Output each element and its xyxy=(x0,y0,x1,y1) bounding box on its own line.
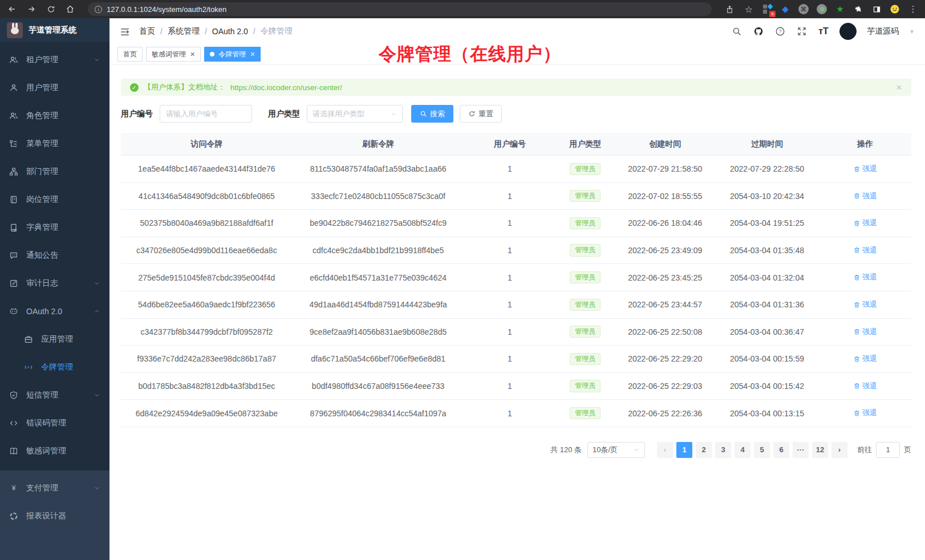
tab-sensitive-word[interactable]: 敏感词管理✕ xyxy=(146,47,201,62)
share-icon[interactable] xyxy=(724,4,735,14)
user-dropdown-caret-icon[interactable]: ▼ xyxy=(909,29,915,35)
refresh-icon xyxy=(468,110,476,117)
next-page-button[interactable]: › xyxy=(831,442,847,458)
alert-close-icon[interactable]: ✕ xyxy=(896,83,902,92)
tampermonkey-extension-icon[interactable]: 9 xyxy=(763,5,772,14)
action-cell: 强退 xyxy=(819,327,911,338)
goto-page-input[interactable] xyxy=(876,442,900,458)
page-number-button[interactable]: 6 xyxy=(773,442,789,458)
created-time-cell: 2022-07-29 21:58:50 xyxy=(615,164,715,173)
breadcrumb-home[interactable]: 首页 xyxy=(139,26,155,36)
sidebar-item-dict[interactable]: 字典管理 xyxy=(0,213,109,241)
force-logout-button[interactable]: 强退 xyxy=(853,272,877,282)
user-type-cell: 管理员 xyxy=(555,163,615,175)
page-number-button[interactable]: 5 xyxy=(754,442,770,458)
browser-back-icon[interactable] xyxy=(7,4,17,14)
page-info-icon[interactable]: i xyxy=(95,6,102,13)
browser-menu-icon[interactable]: ⋮ xyxy=(908,4,918,14)
breadcrumb-system[interactable]: 系统管理 xyxy=(168,26,200,36)
force-logout-button[interactable]: 强退 xyxy=(853,299,877,310)
sidebar-item-sms[interactable]: 短信管理 xyxy=(0,381,109,409)
sidebar-item-role[interactable]: 角色管理 xyxy=(0,102,109,129)
sidebar-item-oauth2-app[interactable]: 应用管理 xyxy=(0,325,109,353)
sidebar-item-pay[interactable]: 支付管理 xyxy=(0,474,109,502)
fullscreen-icon[interactable] xyxy=(796,26,808,37)
col-user-id: 用户编号 xyxy=(464,139,556,149)
force-logout-button[interactable]: 强退 xyxy=(853,354,877,364)
user-type-cell: 管理员 xyxy=(555,326,615,338)
col-expire-time: 过期时间 xyxy=(715,139,819,149)
trash-icon xyxy=(853,274,861,281)
sidebar-item-dept[interactable]: 部门管理 xyxy=(0,157,109,185)
created-time-cell: 2022-06-26 18:04:46 xyxy=(615,218,715,228)
puzzle-extension-icon[interactable] xyxy=(853,4,863,14)
breadcrumb-oauth[interactable]: OAuth 2.0 xyxy=(212,27,248,36)
user-id-cell: 1 xyxy=(464,300,556,309)
created-time-cell: 2022-06-25 22:29:20 xyxy=(615,354,715,363)
sidebar-item-report-designer[interactable]: 报表设计器 xyxy=(0,502,109,530)
tab-token[interactable]: 令牌管理✕ xyxy=(204,47,261,62)
address-bar[interactable]: i 127.0.0.1:1024/system/oauth2/token xyxy=(88,2,712,16)
user-id-input[interactable] xyxy=(160,105,252,123)
table-row: 41c41346a548490f9dc8b01c6bfe0865 333ecfc… xyxy=(121,183,911,210)
user-type-badge: 管理员 xyxy=(570,407,601,419)
tab-close-icon[interactable]: ✕ xyxy=(250,51,255,58)
search-icon[interactable] xyxy=(731,26,743,37)
sidebar-item-audit-log[interactable]: 审计日志 xyxy=(0,269,109,297)
bookmark-star-icon[interactable]: ☆ xyxy=(744,4,754,14)
tab-home[interactable]: 首页 xyxy=(117,47,143,62)
recorder-extension-icon[interactable] xyxy=(817,4,827,14)
sidebar-item-post[interactable]: 岗位管理 xyxy=(0,185,109,213)
force-logout-button[interactable]: 强退 xyxy=(853,191,877,201)
sidebar-item-tenant[interactable]: 租户管理 xyxy=(0,46,109,74)
sidebar-collapse-icon[interactable] xyxy=(120,27,130,36)
force-logout-button[interactable]: 强退 xyxy=(853,218,877,228)
force-logout-button[interactable]: 强退 xyxy=(853,164,877,174)
force-logout-button[interactable]: 强退 xyxy=(853,245,877,255)
doc-link[interactable]: https://doc.iocoder.cn/user-center/ xyxy=(230,83,342,92)
page-ellipsis-button[interactable]: ··· xyxy=(793,442,809,458)
user-name[interactable]: 芋道源码 xyxy=(867,26,899,36)
app-logo[interactable]: 芋道管理系统 xyxy=(0,18,109,42)
sidebar-item-oauth2-token[interactable]: 令牌管理 xyxy=(0,353,109,381)
action-cell: 强退 xyxy=(819,354,911,364)
user-type-select[interactable]: 请选择用户类型 xyxy=(307,105,403,123)
refresh-token-cell: be90422b8c7946218275a508bf524fc9 xyxy=(293,218,464,228)
browser-forward-icon[interactable] xyxy=(26,4,36,14)
force-logout-button[interactable]: 强退 xyxy=(853,327,877,337)
page-number-button[interactable]: 4 xyxy=(735,442,750,458)
page-number-button[interactable]: 12 xyxy=(812,442,828,458)
green-star-extension-icon[interactable]: ★ xyxy=(835,4,845,14)
table-row: 54d6be82ee5a460a9aedc1f9bf223656 49d1aa4… xyxy=(121,291,911,319)
menu-item-icon xyxy=(9,139,18,148)
user-avatar[interactable] xyxy=(839,23,857,40)
page-number-button[interactable]: 1 xyxy=(676,442,692,458)
sidebar-item-error-code[interactable]: 错误码管理 xyxy=(0,409,109,437)
help-icon[interactable] xyxy=(774,26,786,37)
page-number-button[interactable]: 3 xyxy=(715,442,731,458)
font-size-icon[interactable]: тT xyxy=(818,26,829,37)
command-extension-icon[interactable]: ⌘ xyxy=(798,4,809,14)
force-logout-button[interactable]: 强退 xyxy=(853,408,877,418)
tab-close-icon[interactable]: ✕ xyxy=(190,51,195,58)
gem-extension-icon[interactable]: ◆ xyxy=(780,4,790,14)
sidebar-item-notice[interactable]: 通知公告 xyxy=(0,241,109,269)
sidebar-item-user[interactable]: 用户管理 xyxy=(0,74,109,102)
sidebar-item-menu[interactable]: 菜单管理 xyxy=(0,129,109,157)
force-logout-button[interactable]: 强退 xyxy=(853,381,877,391)
sidebar-item-oauth2[interactable]: OAuth 2.0 xyxy=(0,297,109,325)
page-number-button[interactable]: 2 xyxy=(696,442,712,458)
browser-reload-icon[interactable] xyxy=(46,4,56,14)
browser-home-icon[interactable] xyxy=(65,4,75,14)
user-type-cell: 管理员 xyxy=(555,190,615,202)
search-button[interactable]: 搜索 xyxy=(411,105,453,123)
sidebar-item-sensitive-word[interactable]: 敏感词管理 xyxy=(0,437,109,465)
breadcrumb-separator: / xyxy=(253,27,255,36)
refresh-token-cell: 811c530487574fa0af1a59d3abc1aa66 xyxy=(293,164,464,173)
page-size-select[interactable]: 10条/页 xyxy=(587,442,645,458)
sidebar-toggle-icon[interactable] xyxy=(871,4,882,14)
profile-emoji-icon[interactable] xyxy=(890,4,900,14)
prev-page-button[interactable]: ‹ xyxy=(657,442,673,458)
reset-button[interactable]: 重置 xyxy=(460,105,502,123)
github-icon[interactable] xyxy=(753,26,764,37)
